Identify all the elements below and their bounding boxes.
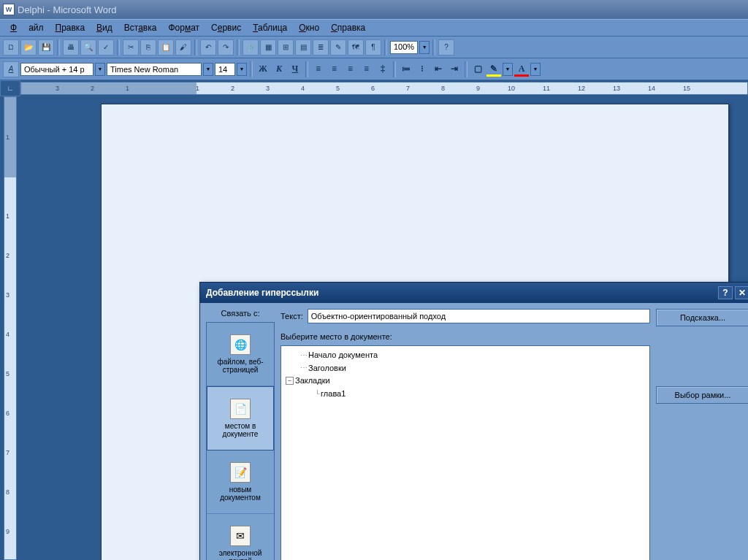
- format-painter-icon[interactable]: 🖌: [175, 39, 191, 55]
- word-app-icon: W: [3, 4, 15, 15]
- new-doc-icon[interactable]: 🗋: [3, 39, 19, 55]
- window-title: Delphi - Microsoft Word: [18, 4, 117, 15]
- dialog-titlebar[interactable]: Добавление гиперссылки ? ✕: [200, 283, 748, 303]
- paste-icon[interactable]: 📋: [158, 39, 174, 55]
- menu-format[interactable]: Формат: [162, 20, 205, 35]
- borders-icon[interactable]: ▢: [470, 62, 485, 77]
- menu-help[interactable]: Справка: [325, 20, 371, 35]
- tree-node-headings[interactable]: ⋯ Заголовки: [286, 362, 645, 375]
- target-frame-button[interactable]: Выбор рамки...: [656, 386, 748, 404]
- help-icon[interactable]: ?: [438, 39, 454, 55]
- highlight-icon[interactable]: ✎: [486, 62, 501, 77]
- indent-icon[interactable]: ⇥: [447, 62, 462, 77]
- vertical-ruler-gutter: 1123456789: [0, 96, 20, 560]
- collapse-icon[interactable]: −: [286, 377, 294, 385]
- tree-node-bookmarks[interactable]: − Закладки: [286, 375, 645, 388]
- link-opt-new-doc[interactable]: 📝 новым документом: [207, 450, 274, 514]
- italic-button[interactable]: К: [272, 62, 286, 77]
- separator: [194, 39, 197, 55]
- outdent-icon[interactable]: ⇤: [431, 62, 446, 77]
- menu-file[interactable]: Файл: [4, 20, 50, 35]
- link-options: 🌐 файлом, веб-страницей 📄 местом в докум…: [206, 322, 275, 560]
- link-with-label: Связать с:: [206, 309, 275, 322]
- separator: [393, 61, 396, 77]
- excel-icon[interactable]: ▤: [295, 39, 311, 55]
- font-select[interactable]: Times New Roman: [107, 63, 202, 76]
- select-place-label: Выберите место в документе:: [280, 332, 650, 341]
- link-opt-place-in-doc[interactable]: 📄 местом в документе: [207, 386, 274, 450]
- bullet-list-icon[interactable]: ⁝: [415, 62, 430, 77]
- vertical-ruler[interactable]: 1123456789: [4, 96, 17, 560]
- cut-icon[interactable]: ✂: [123, 39, 139, 55]
- link-opt-email[interactable]: ✉ электронной почтой: [207, 514, 274, 560]
- tree-node-top-of-doc[interactable]: ⋯ Начало документа: [286, 349, 645, 362]
- link-opt-label: электронной почтой: [208, 549, 272, 560]
- dialog-title: Добавление гиперссылки: [206, 288, 318, 298]
- bold-button[interactable]: Ж: [256, 62, 270, 77]
- menu-view[interactable]: Вид: [91, 20, 118, 35]
- menu-table[interactable]: Таблица: [247, 20, 293, 35]
- font-color-icon[interactable]: A: [514, 62, 529, 77]
- document-icon: 📄: [230, 399, 251, 419]
- display-text-input[interactable]: [308, 309, 650, 323]
- tables-borders-icon[interactable]: ▦: [260, 39, 276, 55]
- line-spacing-icon[interactable]: ‡: [375, 62, 390, 77]
- ruler-row: ∟: [0, 80, 748, 96]
- show-marks-icon[interactable]: ¶: [365, 39, 381, 55]
- new-doc-icon: 📝: [230, 462, 251, 483]
- close-button[interactable]: ✕: [735, 286, 748, 299]
- zoom-dropdown-icon[interactable]: ▼: [419, 41, 430, 54]
- tree-node-chapter1[interactable]: └ глава1: [286, 388, 645, 401]
- zoom-input[interactable]: 100%: [390, 41, 418, 54]
- font-color-dropdown-icon[interactable]: ▼: [530, 63, 541, 76]
- link-opt-file-web[interactable]: 🌐 файлом, веб-страницей: [207, 323, 274, 386]
- size-select[interactable]: 14: [215, 63, 235, 76]
- align-justify-icon[interactable]: ≡: [359, 62, 374, 77]
- insert-hyperlink-dialog: Добавление гиперссылки ? ✕ Связать с: 🌐 …: [199, 282, 748, 560]
- underline-button[interactable]: Ч: [288, 62, 302, 77]
- screentip-button[interactable]: Подсказка...: [656, 309, 748, 326]
- link-opt-label: местом в документе: [209, 422, 272, 438]
- horizontal-ruler[interactable]: [20, 82, 748, 95]
- separator: [250, 61, 253, 77]
- align-right-icon[interactable]: ≡: [343, 62, 358, 77]
- doc-map-icon[interactable]: 🗺: [348, 39, 364, 55]
- menu-insert[interactable]: Вставка: [118, 20, 163, 35]
- drawing-icon[interactable]: ✎: [330, 39, 346, 55]
- formatting-toolbar: A Обычный + 14 p ▼ Times New Roman ▼ 14 …: [0, 58, 748, 80]
- copy-icon[interactable]: ⎘: [140, 39, 156, 55]
- envelope-icon: ✉: [230, 526, 251, 546]
- separator: [237, 39, 240, 55]
- print-preview-icon[interactable]: 🔍: [80, 39, 96, 55]
- save-icon[interactable]: 💾: [38, 39, 54, 55]
- highlight-dropdown-icon[interactable]: ▼: [503, 63, 513, 76]
- standard-toolbar: 🗋 📂 💾 🖶 🔍 ✓ ✂ ⎘ 📋 🖌 ↶ ↷ 🔗 ▦ ⊞ ▤ ≣ ✎ 🗺 ¶ …: [0, 37, 748, 58]
- font-dropdown-icon[interactable]: ▼: [203, 63, 213, 76]
- numbered-list-icon[interactable]: ≔: [399, 62, 413, 77]
- menu-window[interactable]: Окно: [293, 20, 325, 35]
- print-icon[interactable]: 🖶: [63, 39, 79, 55]
- hyperlink-icon[interactable]: 🔗: [243, 39, 259, 55]
- bookmark-tree[interactable]: ⋯ Начало документа ⋯ Заголовки − Закладк…: [280, 345, 650, 560]
- columns-icon[interactable]: ≣: [313, 39, 329, 55]
- menu-tools[interactable]: Сервис: [205, 20, 247, 35]
- insert-table-icon[interactable]: ⊞: [278, 39, 294, 55]
- style-dropdown-icon[interactable]: ▼: [95, 63, 105, 76]
- undo-icon[interactable]: ↶: [200, 39, 216, 55]
- text-label: Текст:: [280, 312, 303, 321]
- redo-icon[interactable]: ↷: [218, 39, 234, 55]
- window-titlebar: W Delphi - Microsoft Word: [0, 0, 748, 19]
- link-opt-label: файлом, веб-страницей: [208, 358, 272, 374]
- styles-pane-icon[interactable]: A: [3, 61, 19, 77]
- help-button[interactable]: ?: [718, 286, 733, 299]
- align-center-icon[interactable]: ≡: [327, 62, 342, 77]
- spellcheck-icon[interactable]: ✓: [98, 39, 114, 55]
- size-dropdown-icon[interactable]: ▼: [237, 63, 247, 76]
- menu-bar: Файл Правка Вид Вставка Формат Сервис Та…: [0, 19, 748, 37]
- workspace: 1123456789 пользовательского интерфейса,…: [0, 96, 748, 560]
- globe-icon: 🌐: [230, 334, 251, 355]
- menu-edit[interactable]: Правка: [50, 20, 91, 35]
- style-select[interactable]: Обычный + 14 p: [20, 63, 94, 76]
- open-icon[interactable]: 📂: [20, 39, 37, 55]
- align-left-icon[interactable]: ≡: [311, 62, 326, 77]
